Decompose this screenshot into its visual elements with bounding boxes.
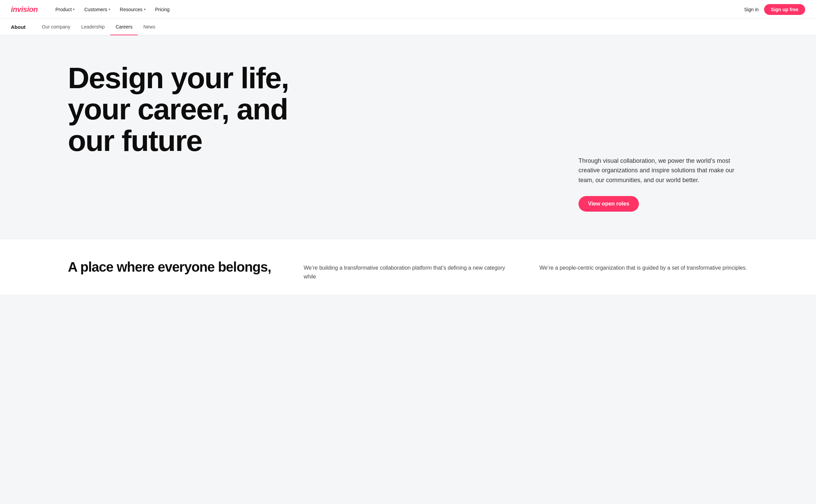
hero-right: Through visual collaboration, we power t… xyxy=(578,156,748,212)
sub-nav-items: Our company Leadership Careers News xyxy=(36,19,160,35)
bottom-col-2-text: We’re building a transformative collabor… xyxy=(304,259,512,281)
nav-pricing-label: Pricing xyxy=(155,7,170,12)
chevron-down-icon: ▾ xyxy=(144,7,146,11)
bottom-col-3-text: We’re a people-centric organization that… xyxy=(539,259,748,272)
nav-resources[interactable]: Resources ▾ xyxy=(116,4,150,15)
nav-resources-label: Resources xyxy=(120,7,143,12)
about-label: About xyxy=(11,24,25,30)
nav-pricing[interactable]: Pricing xyxy=(151,4,174,15)
hero-title: Design your life, your career, and our f… xyxy=(68,62,305,156)
sign-in-link[interactable]: Sign in xyxy=(744,7,759,12)
bottom-col-1-title: A place where everyone belongs, xyxy=(68,259,277,274)
subnav-careers[interactable]: Careers xyxy=(110,19,138,35)
nav-customers[interactable]: Customers ▾ xyxy=(80,4,114,15)
top-nav: invision Product ▾ Customers ▾ Resources… xyxy=(0,0,816,19)
view-open-roles-button[interactable]: View open roles xyxy=(578,196,639,212)
bottom-col-1: A place where everyone belongs, xyxy=(68,259,277,281)
chevron-down-icon: ▾ xyxy=(109,7,110,11)
nav-right: Sign in Sign up free xyxy=(744,4,805,15)
sign-up-button[interactable]: Sign up free xyxy=(764,4,805,15)
subnav-leadership[interactable]: Leadership xyxy=(76,19,110,35)
nav-customers-label: Customers xyxy=(84,7,107,12)
subnav-news[interactable]: News xyxy=(138,19,160,35)
bottom-col-3: We’re a people-centric organization that… xyxy=(539,259,748,281)
main-nav: Product ▾ Customers ▾ Resources ▾ Pricin… xyxy=(51,4,744,15)
chevron-down-icon: ▾ xyxy=(73,7,75,11)
bottom-col-2: We’re building a transformative collabor… xyxy=(304,259,512,281)
sub-nav: About Our company Leadership Careers New… xyxy=(0,19,816,35)
bottom-section: A place where everyone belongs, We’re bu… xyxy=(0,239,816,294)
logo[interactable]: invision xyxy=(11,5,38,14)
hero-section: Design your life, your career, and our f… xyxy=(0,35,816,239)
nav-product-label: Product xyxy=(55,7,72,12)
nav-product[interactable]: Product ▾ xyxy=(51,4,79,15)
hero-description: Through visual collaboration, we power t… xyxy=(578,156,748,185)
subnav-our-company[interactable]: Our company xyxy=(36,19,76,35)
